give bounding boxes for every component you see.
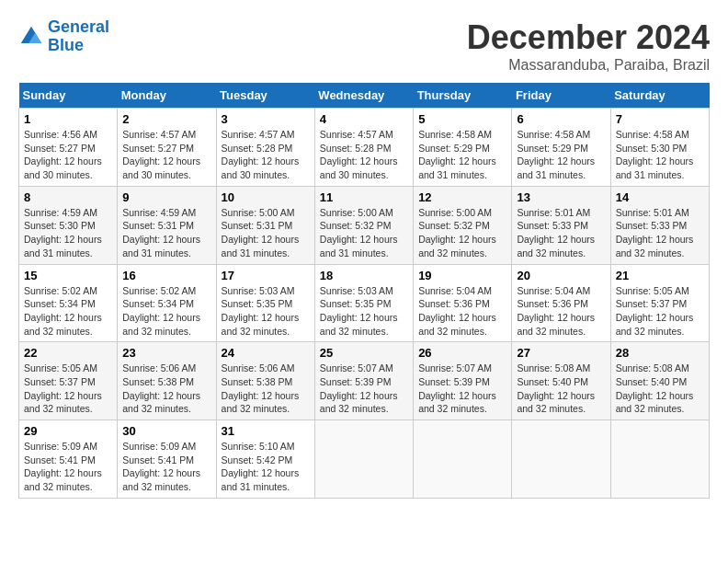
day-number: 6 bbox=[517, 112, 605, 126]
day-number: 25 bbox=[320, 346, 408, 360]
day-number: 7 bbox=[616, 112, 704, 126]
day-info: Sunrise: 5:06 AMSunset: 5:38 PMDaylight:… bbox=[122, 362, 200, 414]
calendar-cell: 14Sunrise: 5:01 AMSunset: 5:33 PMDayligh… bbox=[610, 186, 709, 264]
calendar-cell: 12Sunrise: 5:00 AMSunset: 5:32 PMDayligh… bbox=[414, 186, 512, 264]
week-row-1: 1Sunrise: 4:56 AMSunset: 5:27 PMDaylight… bbox=[19, 109, 710, 187]
logo-text: General Blue bbox=[48, 18, 109, 55]
calendar-cell: 20Sunrise: 5:04 AMSunset: 5:36 PMDayligh… bbox=[512, 264, 610, 342]
day-info: Sunrise: 5:10 AMSunset: 5:42 PMDaylight:… bbox=[222, 441, 300, 492]
calendar-table: SundayMondayTuesdayWednesdayThursdayFrid… bbox=[18, 83, 710, 499]
day-info: Sunrise: 5:00 AMSunset: 5:31 PMDaylight:… bbox=[222, 207, 300, 259]
calendar-cell: 8Sunrise: 4:59 AMSunset: 5:30 PMDaylight… bbox=[19, 186, 118, 264]
calendar-cell: 4Sunrise: 4:57 AMSunset: 5:28 PMDaylight… bbox=[314, 109, 413, 187]
day-number: 16 bbox=[122, 269, 210, 282]
week-row-4: 22Sunrise: 5:05 AMSunset: 5:37 PMDayligh… bbox=[19, 342, 710, 420]
calendar-cell: 24Sunrise: 5:06 AMSunset: 5:38 PMDayligh… bbox=[216, 342, 314, 420]
header-friday: Friday bbox=[512, 83, 610, 109]
day-number: 14 bbox=[616, 190, 704, 204]
day-number: 9 bbox=[122, 190, 210, 204]
header-wednesday: Wednesday bbox=[314, 83, 413, 109]
day-info: Sunrise: 5:04 AMSunset: 5:36 PMDaylight:… bbox=[418, 285, 496, 337]
day-info: Sunrise: 5:08 AMSunset: 5:40 PMDaylight:… bbox=[616, 362, 694, 414]
day-info: Sunrise: 5:07 AMSunset: 5:39 PMDaylight:… bbox=[320, 362, 398, 414]
day-number: 2 bbox=[122, 112, 210, 126]
calendar-cell: 28Sunrise: 5:08 AMSunset: 5:40 PMDayligh… bbox=[610, 342, 709, 420]
header-monday: Monday bbox=[118, 83, 216, 109]
header-row: SundayMondayTuesdayWednesdayThursdayFrid… bbox=[19, 83, 710, 109]
calendar-cell: 16Sunrise: 5:02 AMSunset: 5:34 PMDayligh… bbox=[118, 264, 216, 342]
calendar-cell: 27Sunrise: 5:08 AMSunset: 5:40 PMDayligh… bbox=[512, 342, 610, 420]
calendar-cell: 1Sunrise: 4:56 AMSunset: 5:27 PMDaylight… bbox=[19, 109, 118, 187]
day-number: 5 bbox=[418, 112, 506, 126]
calendar-cell: 26Sunrise: 5:07 AMSunset: 5:39 PMDayligh… bbox=[414, 342, 512, 420]
calendar-cell: 29Sunrise: 5:09 AMSunset: 5:41 PMDayligh… bbox=[19, 420, 118, 499]
day-number: 23 bbox=[122, 346, 210, 360]
day-info: Sunrise: 4:58 AMSunset: 5:29 PMDaylight:… bbox=[517, 129, 595, 180]
day-number: 3 bbox=[222, 112, 310, 126]
logo-icon bbox=[18, 24, 44, 50]
calendar-cell bbox=[314, 420, 413, 499]
day-info: Sunrise: 5:05 AMSunset: 5:37 PMDaylight:… bbox=[616, 285, 694, 337]
day-info: Sunrise: 5:02 AMSunset: 5:34 PMDaylight:… bbox=[122, 285, 200, 337]
day-info: Sunrise: 5:00 AMSunset: 5:32 PMDaylight:… bbox=[418, 207, 496, 259]
page-header: General Blue December 2024 Massaranduba,… bbox=[18, 18, 710, 74]
day-number: 8 bbox=[24, 190, 112, 204]
calendar-cell: 3Sunrise: 4:57 AMSunset: 5:28 PMDaylight… bbox=[216, 109, 314, 187]
day-info: Sunrise: 5:09 AMSunset: 5:41 PMDaylight:… bbox=[122, 441, 200, 492]
day-number: 10 bbox=[222, 190, 310, 204]
calendar-cell bbox=[414, 420, 512, 499]
calendar-cell: 10Sunrise: 5:00 AMSunset: 5:31 PMDayligh… bbox=[216, 186, 314, 264]
day-number: 18 bbox=[320, 269, 408, 282]
day-number: 24 bbox=[222, 346, 310, 360]
day-number: 1 bbox=[24, 112, 112, 126]
day-info: Sunrise: 5:04 AMSunset: 5:36 PMDaylight:… bbox=[517, 285, 595, 337]
month-title: December 2024 bbox=[467, 18, 710, 57]
calendar-cell: 2Sunrise: 4:57 AMSunset: 5:27 PMDaylight… bbox=[118, 109, 216, 187]
header-thursday: Thursday bbox=[414, 83, 512, 109]
day-number: 20 bbox=[517, 269, 605, 282]
day-info: Sunrise: 5:05 AMSunset: 5:37 PMDaylight:… bbox=[24, 362, 102, 414]
day-info: Sunrise: 5:08 AMSunset: 5:40 PMDaylight:… bbox=[517, 362, 595, 414]
title-area: December 2024 Massaranduba, Paraiba, Bra… bbox=[467, 18, 710, 74]
calendar-cell bbox=[512, 420, 610, 499]
day-number: 15 bbox=[24, 269, 112, 282]
day-number: 31 bbox=[222, 424, 310, 438]
day-info: Sunrise: 4:59 AMSunset: 5:30 PMDaylight:… bbox=[24, 207, 102, 259]
calendar-cell: 15Sunrise: 5:02 AMSunset: 5:34 PMDayligh… bbox=[19, 264, 118, 342]
day-info: Sunrise: 5:07 AMSunset: 5:39 PMDaylight:… bbox=[418, 362, 496, 414]
calendar-cell: 7Sunrise: 4:58 AMSunset: 5:30 PMDaylight… bbox=[610, 109, 709, 187]
header-saturday: Saturday bbox=[610, 83, 709, 109]
calendar-cell: 31Sunrise: 5:10 AMSunset: 5:42 PMDayligh… bbox=[216, 420, 314, 499]
week-row-5: 29Sunrise: 5:09 AMSunset: 5:41 PMDayligh… bbox=[19, 420, 710, 499]
day-info: Sunrise: 5:06 AMSunset: 5:38 PMDaylight:… bbox=[222, 362, 300, 414]
day-number: 12 bbox=[418, 190, 506, 204]
logo: General Blue bbox=[18, 18, 109, 55]
calendar-cell bbox=[610, 420, 709, 499]
day-info: Sunrise: 4:58 AMSunset: 5:29 PMDaylight:… bbox=[418, 129, 496, 180]
day-info: Sunrise: 5:01 AMSunset: 5:33 PMDaylight:… bbox=[517, 207, 595, 259]
calendar-cell: 13Sunrise: 5:01 AMSunset: 5:33 PMDayligh… bbox=[512, 186, 610, 264]
calendar-cell: 17Sunrise: 5:03 AMSunset: 5:35 PMDayligh… bbox=[216, 264, 314, 342]
day-info: Sunrise: 4:58 AMSunset: 5:30 PMDaylight:… bbox=[616, 129, 694, 180]
day-info: Sunrise: 5:02 AMSunset: 5:34 PMDaylight:… bbox=[24, 285, 102, 337]
logo-line2: Blue bbox=[48, 36, 84, 54]
day-number: 30 bbox=[122, 424, 210, 438]
day-number: 21 bbox=[616, 269, 704, 282]
calendar-cell: 22Sunrise: 5:05 AMSunset: 5:37 PMDayligh… bbox=[19, 342, 118, 420]
day-number: 19 bbox=[418, 269, 506, 282]
calendar-cell: 11Sunrise: 5:00 AMSunset: 5:32 PMDayligh… bbox=[314, 186, 413, 264]
day-info: Sunrise: 4:57 AMSunset: 5:27 PMDaylight:… bbox=[122, 129, 200, 180]
calendar-cell: 30Sunrise: 5:09 AMSunset: 5:41 PMDayligh… bbox=[118, 420, 216, 499]
location-subtitle: Massaranduba, Paraiba, Brazil bbox=[467, 57, 710, 74]
calendar-cell: 23Sunrise: 5:06 AMSunset: 5:38 PMDayligh… bbox=[118, 342, 216, 420]
calendar-cell: 6Sunrise: 4:58 AMSunset: 5:29 PMDaylight… bbox=[512, 109, 610, 187]
day-info: Sunrise: 5:03 AMSunset: 5:35 PMDaylight:… bbox=[222, 285, 300, 337]
day-info: Sunrise: 4:57 AMSunset: 5:28 PMDaylight:… bbox=[222, 129, 300, 180]
day-number: 11 bbox=[320, 190, 408, 204]
day-number: 28 bbox=[616, 346, 704, 360]
calendar-cell: 5Sunrise: 4:58 AMSunset: 5:29 PMDaylight… bbox=[414, 109, 512, 187]
calendar-cell: 25Sunrise: 5:07 AMSunset: 5:39 PMDayligh… bbox=[314, 342, 413, 420]
header-sunday: Sunday bbox=[19, 83, 118, 109]
day-number: 27 bbox=[517, 346, 605, 360]
day-info: Sunrise: 5:09 AMSunset: 5:41 PMDaylight:… bbox=[24, 441, 102, 492]
